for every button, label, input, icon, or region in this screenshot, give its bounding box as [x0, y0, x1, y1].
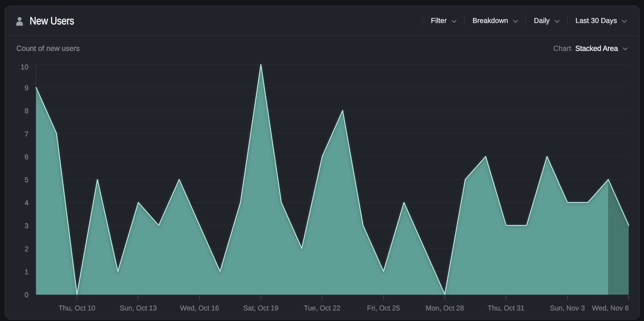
breakdown-dropdown[interactable]: Breakdown [465, 17, 526, 25]
interval-label: Daily [534, 17, 550, 25]
metric-label: Count of new users [16, 44, 80, 53]
chevron-down-icon [452, 20, 456, 23]
card-header: New Users Filter Breakdown Daily Last 30… [5, 6, 640, 36]
date-range-label: Last 30 Days [576, 17, 617, 25]
chart-select-label: Chart [553, 44, 571, 53]
filter-dropdown[interactable]: Filter [423, 17, 464, 25]
chevron-down-icon [513, 20, 518, 23]
chart-type-dropdown[interactable]: Chart Stacked Area [553, 44, 628, 53]
breakdown-label: Breakdown [473, 17, 508, 25]
interval-dropdown[interactable]: Daily [526, 17, 567, 25]
header-controls: Filter Breakdown Daily Last 30 Days [423, 11, 627, 31]
date-range-dropdown[interactable]: Last 30 Days [568, 17, 627, 25]
person-icon [16, 17, 23, 26]
chevron-down-icon [623, 48, 628, 51]
chart-select-value: Stacked Area [575, 44, 618, 53]
insight-card: New Users Filter Breakdown Daily Last 30… [5, 6, 640, 320]
filter-label: Filter [431, 17, 447, 25]
subheader: Count of new users Chart Stacked Area [5, 36, 640, 62]
chevron-down-icon [622, 20, 627, 23]
card-title: New Users [30, 15, 74, 27]
chevron-down-icon [555, 20, 559, 23]
